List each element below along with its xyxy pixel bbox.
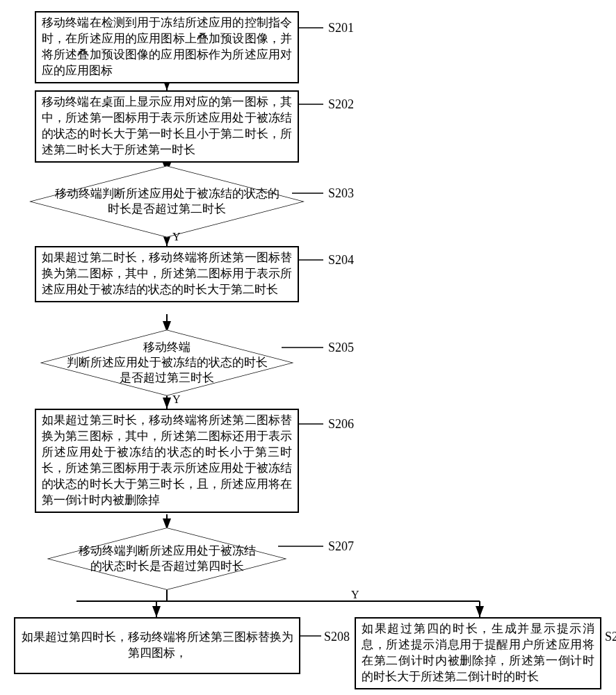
- label-s208: S208: [324, 630, 350, 644]
- branch-y: Y: [172, 393, 181, 406]
- branch-y: Y: [172, 231, 181, 243]
- decision-s205: 移动终端 判断所述应用处于被冻结的状态的时长 是否超过第三时长: [42, 332, 292, 393]
- step-text: 移动终端在桌面上显示应用对应的第一图标，其中，所述第一图标用于表示所述应用处于被…: [42, 95, 292, 156]
- decision-line: 移动终端判断所述应用处于被冻结的状态的: [51, 186, 283, 202]
- step-s201: 移动终端在检测到用于冻结所述应用的控制指令时，在所述应用的应用图标上叠加预设图像…: [35, 11, 299, 83]
- step-s204: 如果超过第二时长，移动终端将所述第一图标替换为第二图标，其中，所述第二图标用于表…: [35, 246, 299, 302]
- branch-y: Y: [351, 589, 359, 601]
- label-s206: S206: [328, 417, 354, 432]
- label-s205: S205: [328, 341, 354, 355]
- decision-line: 的状态时长是否超过第四时长: [68, 559, 266, 574]
- decision-line: 移动终端: [61, 340, 273, 355]
- step-s209: 如果超过第四的时长，生成并显示提示消息，所述提示消息用于提醒用户所述应用将在第二…: [355, 617, 601, 689]
- decision-line: 时长是否超过第二时长: [51, 202, 283, 217]
- step-text: 如果超过第二时长，移动终端将所述第一图标替换为第二图标，其中，所述第二图标用于表…: [42, 251, 292, 296]
- step-text: 如果超过第四时长，移动终端将所述第三图标替换为第四图标，: [21, 630, 293, 662]
- step-text: 移动终端在检测到用于冻结所述应用的控制指令时，在所述应用的应用图标上叠加预设图像…: [42, 16, 292, 77]
- step-s206: 如果超过第三时长，移动终端将所述第二图标替换为第三图标，其中，所述第二图标还用于…: [35, 409, 299, 513]
- step-s208: 如果超过第四时长，移动终端将所述第三图标替换为第四图标，: [14, 617, 300, 674]
- label-s203: S203: [328, 186, 354, 201]
- decision-line: 移动终端判断所述应用处于被冻结: [68, 543, 266, 559]
- step-s202: 移动终端在桌面上显示应用对应的第一图标，其中，所述第一图标用于表示所述应用处于被…: [35, 90, 299, 163]
- decision-s203: 移动终端判断所述应用处于被冻结的状态的 时长是否超过第二时长: [31, 174, 302, 229]
- step-text: 如果超过第四的时长，生成并显示提示消息，所述提示消息用于提醒用户所述应用将在第二…: [362, 622, 594, 683]
- decision-line: 判断所述应用处于被冻结的状态的时长: [61, 355, 273, 370]
- flowchart-canvas: 移动终端在检测到用于冻结所述应用的控制指令时，在所述应用的应用图标上叠加预设图像…: [7, 7, 609, 688]
- label-s209: S209: [605, 630, 616, 644]
- label-s204: S204: [328, 253, 354, 268]
- decision-s207: 移动终端判断所述应用处于被冻结 的状态时长是否超过第四时长: [49, 530, 285, 588]
- label-s202: S202: [328, 97, 354, 112]
- step-text: 如果超过第三时长，移动终端将所述第二图标替换为第三图标，其中，所述第二图标还用于…: [42, 414, 292, 507]
- label-s207: S207: [328, 539, 354, 554]
- label-s201: S201: [328, 21, 354, 35]
- decision-line: 是否超过第三时长: [61, 370, 273, 386]
